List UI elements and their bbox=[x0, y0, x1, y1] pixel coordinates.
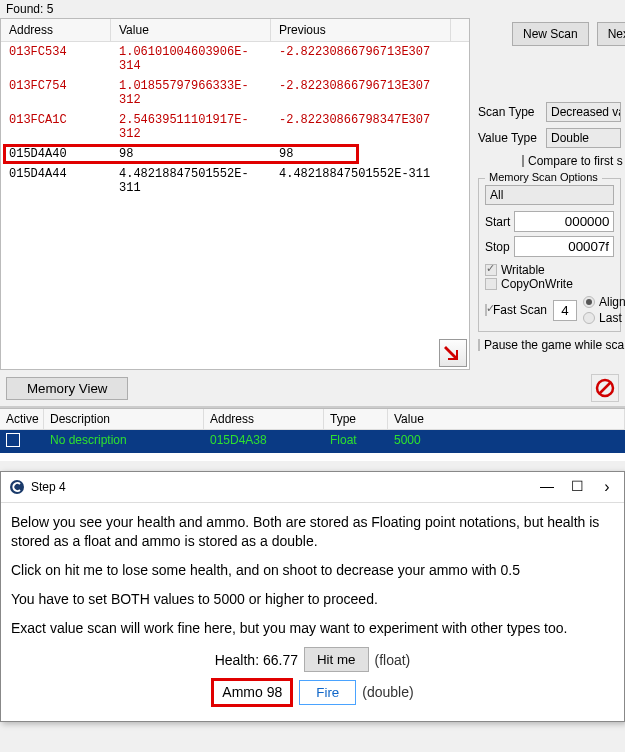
addr-row-value[interactable]: 5000 bbox=[388, 430, 625, 453]
maximize-button[interactable]: ☐ bbox=[568, 478, 586, 496]
stop-address-input[interactable] bbox=[514, 236, 614, 257]
addr-col-type[interactable]: Type bbox=[324, 409, 388, 429]
hit-me-button[interactable]: Hit me bbox=[304, 647, 369, 672]
mem-region-dropdown[interactable]: All bbox=[485, 185, 614, 205]
addr-col-value[interactable]: Value bbox=[388, 409, 625, 429]
value-type-label: Value Type bbox=[478, 131, 542, 145]
scan-result-row[interactable]: 015D4A444.48218847501552E-3114.482188475… bbox=[1, 164, 469, 198]
memory-view-button[interactable]: Memory View bbox=[6, 377, 128, 400]
scan-result-row[interactable]: 013FC7541.01855797966333E-312-2.82230866… bbox=[1, 76, 469, 110]
double-note: (double) bbox=[362, 683, 413, 702]
alignment-label: Align bbox=[599, 295, 625, 309]
new-scan-button[interactable]: New Scan bbox=[512, 22, 589, 46]
memory-scan-options-title: Memory Scan Options bbox=[485, 171, 602, 183]
stop-label: Stop bbox=[485, 240, 510, 254]
tutorial-text-3: You have to set BOTH values to 5000 or h… bbox=[11, 590, 614, 609]
start-address-input[interactable] bbox=[514, 211, 614, 232]
addr-row-address[interactable]: 015D4A38 bbox=[204, 430, 324, 453]
compare-first-label: Compare to first s bbox=[528, 154, 623, 168]
fastscan-label: Fast Scan bbox=[493, 303, 547, 317]
col-header-previous[interactable]: Previous bbox=[271, 19, 451, 41]
memory-scan-options-group: Memory Scan Options All Start Stop Writa… bbox=[478, 178, 621, 332]
pause-game-checkbox[interactable] bbox=[478, 339, 480, 351]
scan-controls-panel: New Scan Next Scan Scan Type Decreased v… bbox=[470, 18, 625, 370]
scan-results-body[interactable]: 013FC5341.06101004603906E-314-2.82230866… bbox=[1, 42, 469, 198]
scan-results-panel: Address Value Previous 013FC5341.0610100… bbox=[0, 18, 470, 370]
col-header-address[interactable]: Address bbox=[1, 19, 111, 41]
scan-results-header: Address Value Previous bbox=[1, 19, 469, 42]
tutorial-text-2: Click on hit me to lose some health, and… bbox=[11, 561, 614, 580]
svg-line-1 bbox=[599, 382, 611, 394]
addr-col-active[interactable]: Active bbox=[0, 409, 44, 429]
value-type-dropdown[interactable]: Double bbox=[546, 128, 621, 148]
tutorial-window: Step 4 — ☐ › Below you see your health a… bbox=[0, 471, 625, 722]
scan-type-label: Scan Type bbox=[478, 105, 542, 119]
next-scan-button[interactable]: Next Scan bbox=[597, 22, 625, 46]
window-title: Step 4 bbox=[31, 480, 66, 494]
alignment-radio[interactable] bbox=[583, 296, 595, 308]
found-label: Found: 5 bbox=[0, 0, 625, 18]
copyonwrite-checkbox[interactable] bbox=[485, 278, 497, 290]
addr-row-description[interactable]: No description bbox=[44, 430, 204, 453]
add-to-addresslist-button[interactable] bbox=[439, 339, 467, 367]
health-label: Health: 66.77 bbox=[215, 651, 298, 670]
minimize-button[interactable]: — bbox=[538, 478, 556, 496]
scan-result-row[interactable]: 013FCA1C2.54639511101917E-312-2.82230866… bbox=[1, 110, 469, 144]
scan-result-row[interactable]: 013FC5341.06101004603906E-314-2.82230866… bbox=[1, 42, 469, 76]
app-icon bbox=[9, 479, 25, 495]
tutorial-text-1: Below you see your health and ammo. Both… bbox=[11, 513, 614, 551]
compare-first-checkbox[interactable] bbox=[522, 155, 524, 167]
copyonwrite-label: CopyOnWrite bbox=[501, 277, 573, 291]
addr-col-description[interactable]: Description bbox=[44, 409, 204, 429]
scan-type-dropdown[interactable]: Decreased value bbox=[546, 102, 621, 122]
active-checkbox[interactable] bbox=[6, 433, 20, 447]
writable-label: Writable bbox=[501, 263, 545, 277]
float-note: (float) bbox=[375, 651, 411, 670]
address-list: Active Description Address Type Value No… bbox=[0, 408, 625, 461]
col-header-value[interactable]: Value bbox=[111, 19, 271, 41]
lastdigits-radio[interactable] bbox=[583, 312, 595, 324]
fastscan-checkbox[interactable] bbox=[485, 304, 487, 316]
fastscan-alignment-input[interactable] bbox=[553, 300, 577, 321]
ammo-label: Ammo 98 bbox=[211, 678, 293, 707]
address-list-row[interactable]: No description 015D4A38 Float 5000 bbox=[0, 430, 625, 453]
addr-col-address[interactable]: Address bbox=[204, 409, 324, 429]
start-label: Start bbox=[485, 215, 510, 229]
lastdigits-label: Last l bbox=[599, 311, 625, 325]
pause-game-label: Pause the game while sca bbox=[484, 338, 624, 352]
fire-button[interactable]: Fire bbox=[299, 680, 356, 705]
tutorial-text-4: Exact value scan will work fine here, bu… bbox=[11, 619, 614, 638]
scan-result-row[interactable]: 015D4A409898 bbox=[1, 144, 469, 164]
addr-row-type[interactable]: Float bbox=[324, 430, 388, 453]
clear-list-icon[interactable] bbox=[591, 374, 619, 402]
close-button[interactable]: › bbox=[598, 478, 616, 496]
writable-checkbox[interactable] bbox=[485, 264, 497, 276]
